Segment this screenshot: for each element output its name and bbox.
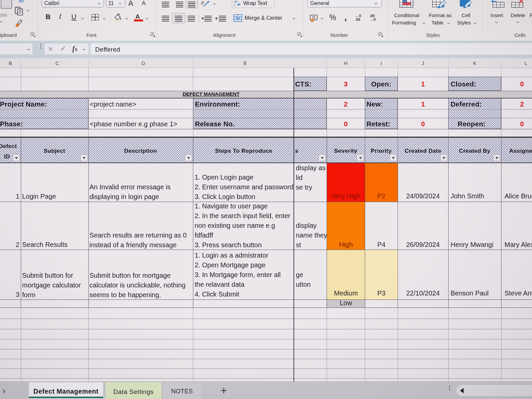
svg-text:ab: ab	[234, 0, 238, 3]
svg-text:c: c	[234, 3, 236, 7]
svg-text:ab: ab	[201, 0, 205, 5]
